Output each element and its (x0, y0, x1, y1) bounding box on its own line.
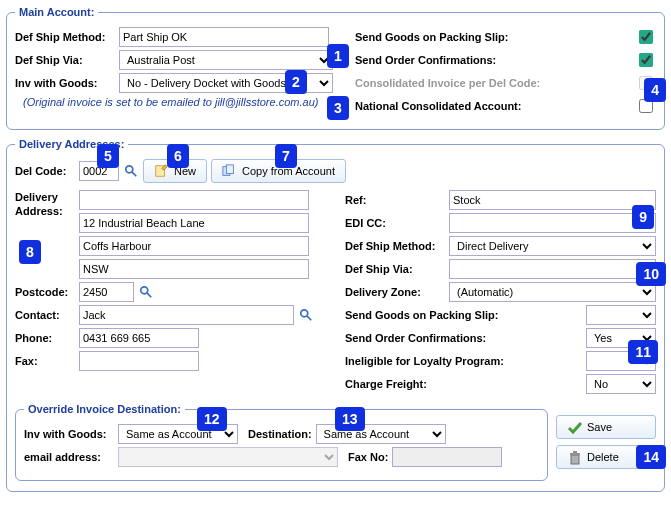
def-ship-method-input[interactable] (119, 27, 329, 47)
inv-with-goods-label: Inv with Goods: (15, 77, 115, 89)
marker-13: 13 (335, 407, 365, 431)
def-ship-via-select[interactable]: Australia Post (119, 50, 333, 70)
marker-7: 7 (275, 144, 297, 168)
svg-line-8 (307, 316, 311, 320)
del-send-order-label: Send Order Confirmations: (345, 332, 582, 344)
invoice-email-note: (Original invoice is set to be emailed t… (15, 96, 345, 108)
contact-input[interactable] (79, 305, 294, 325)
marker-1: 1 (327, 44, 349, 68)
marker-10: 10 (636, 262, 666, 286)
send-order-conf-label: Send Order Confirmations: (355, 54, 496, 66)
svg-rect-11 (573, 451, 577, 453)
marker-8: 8 (19, 240, 41, 264)
delete-button-label: Delete (587, 451, 619, 463)
postcode-search-icon[interactable] (138, 284, 154, 300)
search-icon[interactable] (123, 163, 139, 179)
check-icon (567, 420, 581, 434)
override-invoice-group: Override Invoice Destination: Inv with G… (15, 403, 548, 481)
delivery-addresses-group: Delivery Addresses: Del Code: New Copy f… (6, 138, 665, 492)
del-ship-method-label: Def Ship Method: (345, 240, 445, 252)
delivery-address-label: Delivery Address: (15, 190, 75, 219)
phone-label: Phone: (15, 332, 75, 344)
main-account-group: Main Account: Def Ship Method: Def Ship … (6, 6, 665, 130)
postcode-input[interactable] (79, 282, 134, 302)
send-goods-packing-checkbox[interactable] (639, 30, 653, 44)
svg-point-7 (301, 310, 308, 317)
contact-search-icon[interactable] (298, 307, 314, 323)
destination-label: Destination: (248, 428, 312, 440)
delivery-addr1-input[interactable] (79, 190, 309, 210)
marker-14: 14 (636, 445, 666, 469)
marker-2: 2 (285, 70, 307, 94)
marker-12: 12 (197, 407, 227, 431)
svg-point-0 (126, 166, 133, 173)
save-button-label: Save (587, 421, 612, 433)
edi-cc-label: EDI CC: (345, 217, 445, 229)
send-order-conf-checkbox[interactable] (639, 53, 653, 67)
fax-label: Fax: (15, 355, 75, 367)
svg-rect-4 (226, 165, 233, 174)
phone-input[interactable] (79, 328, 199, 348)
marker-5: 5 (97, 144, 119, 168)
consolidated-invoice-label: Consolidated Invoice per Del Code: (355, 77, 540, 89)
del-ship-via-select[interactable] (449, 259, 656, 279)
charge-freight-select[interactable]: No (586, 374, 656, 394)
send-goods-packing-label: Send Goods on Packing Slip: (355, 31, 508, 43)
delivery-addr2-input[interactable] (79, 213, 309, 233)
marker-9: 9 (632, 205, 654, 229)
def-ship-method-label: Def Ship Method: (15, 31, 115, 43)
fax-input[interactable] (79, 351, 199, 371)
ref-input[interactable] (449, 190, 656, 210)
trash-icon (567, 450, 581, 464)
new-icon (154, 164, 168, 178)
edi-cc-input[interactable] (449, 213, 656, 233)
delivery-zone-select[interactable]: (Automatic) (449, 282, 656, 302)
marker-3: 3 (327, 96, 349, 120)
svg-line-6 (147, 293, 151, 297)
charge-freight-label: Charge Freight: (345, 378, 582, 390)
copy-icon (222, 164, 236, 178)
marker-6: 6 (167, 144, 189, 168)
main-account-legend: Main Account: (15, 6, 98, 18)
fax-no-label: Fax No: (348, 451, 388, 463)
contact-label: Contact: (15, 309, 75, 321)
del-ship-via-label: Def Ship Via: (345, 263, 445, 275)
svg-point-5 (141, 287, 148, 294)
svg-rect-10 (570, 453, 580, 455)
save-button[interactable]: Save (556, 415, 656, 439)
del-send-goods-label: Send Goods on Packing Slip: (345, 309, 582, 321)
svg-rect-9 (571, 455, 579, 464)
def-ship-via-label: Def Ship Via: (15, 54, 115, 66)
svg-line-1 (132, 172, 136, 176)
fax-no-input (392, 447, 502, 467)
override-legend: Override Invoice Destination: (24, 403, 185, 415)
marker-4: 4 (644, 78, 666, 102)
del-send-goods-select[interactable] (586, 305, 656, 325)
ref-label: Ref: (345, 194, 445, 206)
postcode-label: Postcode: (15, 286, 75, 298)
delivery-addr3-input[interactable] (79, 236, 309, 256)
national-consolidated-label: National Consolidated Account: (355, 100, 521, 112)
delivery-addr4-input[interactable] (79, 259, 309, 279)
override-inv-with-goods-label: Inv with Goods: (24, 428, 114, 440)
del-code-label: Del Code: (15, 165, 75, 177)
marker-11: 11 (628, 340, 658, 364)
email-address-label: email address: (24, 451, 114, 463)
delivery-zone-label: Delivery Zone: (345, 286, 445, 298)
ineligible-label: Ineligible for Loyalty Program: (345, 355, 582, 367)
email-address-select (118, 447, 338, 467)
del-ship-method-select[interactable]: Direct Delivery (449, 236, 656, 256)
